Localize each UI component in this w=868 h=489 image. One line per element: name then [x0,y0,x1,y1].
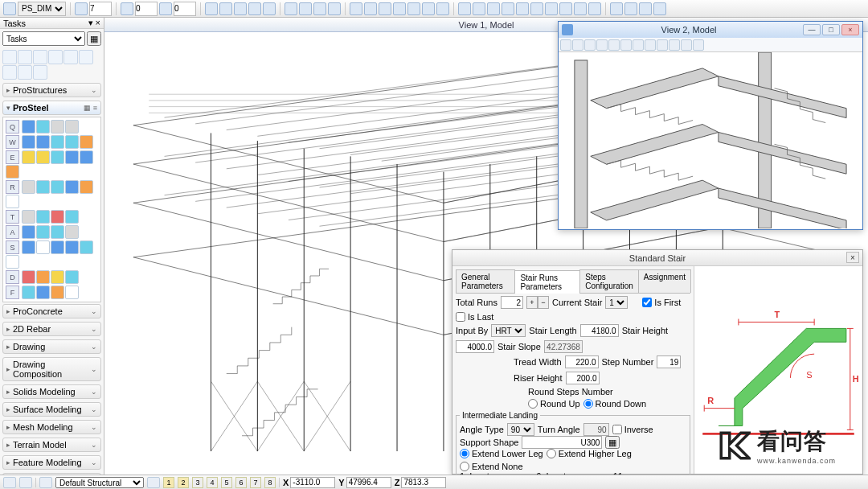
ps-tool-icon[interactable] [36,150,50,164]
tool-icon[interactable] [205,2,218,15]
ps-tool-icon[interactable] [65,135,79,149]
view-toggle-4[interactable]: 4 [207,477,218,488]
ps-tool-icon[interactable] [36,240,50,254]
ps-tool-icon[interactable] [65,225,79,239]
group-prostructures[interactable]: ▸ProStructures⌄ [2,83,101,97]
status-icon[interactable] [39,477,52,488]
tab-assignment[interactable]: Assignment [638,269,691,293]
tool-icon[interactable] [473,2,485,15]
view-tool-icon[interactable] [693,39,704,51]
ps-tool-icon[interactable] [80,240,93,254]
ps-tool-icon[interactable] [80,180,93,194]
tab-general[interactable]: General Parameters [456,269,515,293]
ps-tool-icon[interactable] [6,165,19,179]
ps-tool-icon[interactable] [36,135,50,149]
view-tool-icon[interactable] [669,39,680,51]
tool-icon[interactable] [263,2,276,15]
view-tool-icon[interactable] [584,39,596,51]
total-runs-input[interactable] [501,296,523,309]
is-last-check[interactable] [456,312,465,322]
ps-tool-icon[interactable] [65,240,79,254]
group-proconcrete[interactable]: ▸ProConcrete⌄ [2,304,101,318]
group-2d-rebar[interactable]: ▸2D Rebar⌄ [2,322,101,336]
quick-tool-icon[interactable] [18,50,32,64]
extend-higher-radio[interactable] [547,449,556,458]
ps-tool-icon[interactable] [80,135,93,149]
tool-icon[interactable] [588,2,601,15]
ps-tool-icon[interactable] [65,150,79,164]
step-number-input[interactable] [657,355,681,368]
extend-none-radio[interactable] [460,462,469,471]
workspace-select[interactable]: PS_DIM [18,2,66,16]
tool-icon[interactable] [530,2,543,15]
tab-runs[interactable]: Stair Runs Parameters [514,270,580,294]
snap-lock-value[interactable] [89,2,112,16]
group-terrain-model[interactable]: ▸Terrain Model⌄ [2,438,101,452]
view2-close[interactable]: × [841,24,859,35]
round-up-radio[interactable] [528,399,538,409]
tool-icon[interactable] [328,2,341,15]
snap1-value[interactable] [135,2,158,16]
quick-tool-icon[interactable] [79,50,93,64]
ps-tool-icon[interactable] [6,195,19,208]
tool-icon[interactable] [639,2,652,15]
coord-y[interactable] [346,477,391,488]
coord-x[interactable] [290,477,335,488]
tool-icon[interactable] [653,2,666,15]
tab-steps[interactable]: Steps Configuration [579,269,638,293]
ps-tool-icon[interactable] [51,135,64,149]
ps-tool-icon[interactable] [22,270,35,284]
ps-tool-icon[interactable] [51,120,64,134]
tool-icon[interactable] [350,2,362,15]
group-drawing[interactable]: ▸Drawing⌄ [2,339,101,354]
group-mesh-modeling[interactable]: ▸Mesh Modeling⌄ [2,420,101,434]
tool-icon[interactable] [624,2,637,15]
view2-maximize[interactable]: □ [822,24,840,35]
view-toggle-2[interactable]: 2 [178,477,189,488]
grid-icon[interactable] [121,2,133,15]
quick-tool-icon[interactable] [63,50,78,64]
ps-tool-icon[interactable] [65,180,79,194]
view2-canvas[interactable] [559,52,862,229]
view-tool-icon[interactable] [572,39,583,51]
view-tool-icon[interactable] [633,39,644,51]
tool-icon[interactable] [379,2,391,15]
ps-tool-icon[interactable] [22,240,35,254]
tool-icon[interactable] [393,2,406,15]
tool-icon[interactable] [516,2,529,15]
ps-tool-icon[interactable] [22,150,35,164]
tool-icon[interactable] [502,2,514,15]
ps-tool-icon[interactable] [22,180,35,194]
support-shape-input[interactable] [522,436,602,449]
quick-tool-icon[interactable] [2,50,17,64]
view-tool-icon[interactable] [608,39,620,51]
current-stair-select[interactable]: 1 [605,296,628,309]
ps-tool-icon[interactable] [36,210,50,224]
stair-height-input[interactable] [456,340,494,353]
ps-tool-icon[interactable] [22,210,35,224]
round-down-radio[interactable] [583,399,593,409]
lock-icon[interactable] [75,2,88,15]
ps-tool-icon[interactable] [22,225,35,239]
tread-width-input[interactable] [565,355,599,368]
snap2-value[interactable] [174,2,196,16]
tool-icon[interactable] [364,2,377,15]
is-first-check[interactable] [642,298,652,307]
view-toggle-6[interactable]: 6 [235,477,247,488]
total-runs-plus[interactable]: + [526,296,538,309]
tool-icon[interactable] [610,2,623,15]
quick-tool-icon[interactable] [2,65,17,80]
inverse-check[interactable] [612,425,622,434]
ps-tool-icon[interactable] [36,120,50,134]
turn-angle-input[interactable] [583,423,609,436]
ps-tool-icon[interactable] [65,120,79,134]
quick-tool-icon[interactable] [18,65,32,80]
tool-icon[interactable] [313,2,326,15]
view-toggle-3[interactable]: 3 [192,477,203,488]
tool-icon[interactable] [422,2,435,15]
ps-tool-icon[interactable] [22,135,35,149]
view-tool-icon[interactable] [560,39,571,51]
total-runs-minus[interactable]: − [538,296,549,309]
tool-icon[interactable] [574,2,587,15]
tool-icon[interactable] [407,2,420,15]
